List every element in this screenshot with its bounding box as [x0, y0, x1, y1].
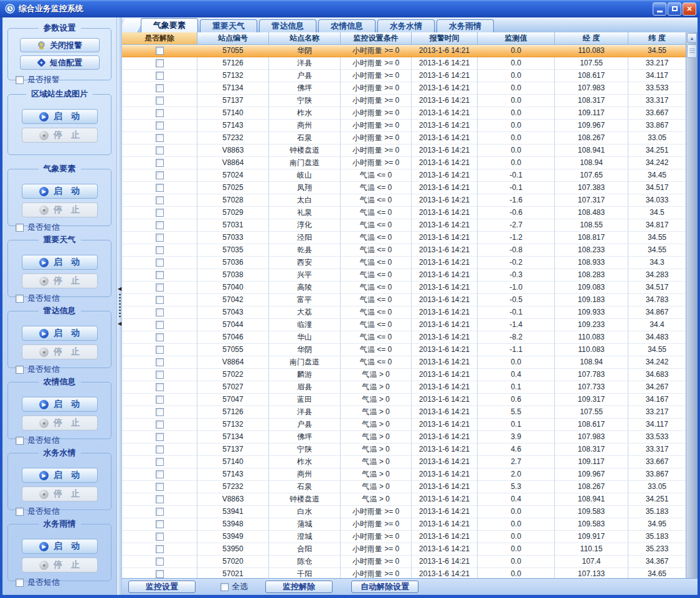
column-header-经 度[interactable]: 经 度	[555, 32, 628, 45]
table-row[interactable]: 57028太白气温 <= 02013-1-6 14:21-1.6107.3173…	[122, 194, 686, 207]
maximize-button[interactable]	[668, 2, 681, 16]
table-row[interactable]: 57055华阴气温 <= 02013-1-6 14:21-1.1110.0833…	[122, 344, 686, 356]
start-button-水务雨情[interactable]: ▶启 动	[22, 539, 98, 554]
table-row[interactable]: 57040高陵气温 <= 02013-1-6 14:21-1.0109.0833…	[122, 282, 686, 294]
table-row[interactable]: 57029礼泉气温 <= 02013-1-6 14:21-0.6108.4833…	[122, 207, 686, 219]
table-row[interactable]: 57143商州气温 > 02013-1-6 14:212.0109.96733.…	[122, 468, 686, 481]
sms-checkbox-水务水情[interactable]	[16, 508, 24, 516]
table-row[interactable]: 57132户县小时雨量 >= 02013-1-6 14:210.0108.617…	[122, 70, 686, 82]
table-row[interactable]: 57043大荔气温 <= 02013-1-6 14:21-0.1109.9333…	[122, 306, 686, 319]
scrollbar-thumb[interactable]	[687, 44, 697, 58]
tab-重要天气[interactable]: 重要天气	[200, 19, 257, 32]
tab-农情信息[interactable]: 农情信息	[318, 19, 376, 32]
row-dismiss-checkbox[interactable]	[156, 533, 164, 541]
table-row[interactable]: 57137宁陕小时雨量 >= 02013-1-6 14:210.0108.317…	[122, 95, 686, 107]
row-dismiss-checkbox[interactable]	[156, 333, 164, 341]
tab-水务水情[interactable]: 水务水情	[377, 19, 435, 32]
row-dismiss-checkbox[interactable]	[156, 558, 164, 566]
table-row[interactable]: 57020陈仓小时雨量 >= 02013-1-6 14:210.0107.434…	[122, 556, 686, 568]
row-dismiss-checkbox[interactable]	[156, 508, 164, 516]
table-row[interactable]: 57232石泉小时雨量 >= 02013-1-6 14:210.0108.267…	[122, 132, 686, 145]
row-dismiss-checkbox[interactable]	[156, 196, 164, 204]
collapse-left-icon[interactable]: ◀	[118, 321, 121, 326]
row-dismiss-checkbox[interactable]	[156, 134, 164, 142]
table-row[interactable]: 57036西安气温 <= 02013-1-6 14:21-0.2108.9333…	[122, 257, 686, 269]
table-row[interactable]: V8864南门盘道气温 <= 02013-1-6 14:210.0108.943…	[122, 356, 686, 369]
table-row[interactable]: 53948蒲城小时雨量 >= 02013-1-6 14:210.0109.583…	[122, 518, 686, 531]
start-button-重要天气[interactable]: ▶启 动	[22, 255, 98, 270]
tab-雷达信息[interactable]: 雷达信息	[259, 19, 316, 32]
monitor-release-button[interactable]: 监控解除	[265, 581, 333, 593]
row-dismiss-checkbox[interactable]	[156, 159, 164, 167]
row-dismiss-checkbox[interactable]	[156, 283, 164, 292]
auto-release-set-button[interactable]: 自动解除设置	[351, 581, 419, 593]
table-row[interactable]: 57143商州小时雨量 >= 02013-1-6 14:210.0109.967…	[122, 120, 686, 132]
row-dismiss-checkbox[interactable]	[156, 358, 164, 366]
table-row[interactable]: 57055华阴小时雨量 >= 02013-1-6 14:210.0110.083…	[122, 45, 686, 57]
row-dismiss-checkbox[interactable]	[156, 383, 164, 391]
close-alarm-button[interactable]: 关闭报警	[20, 38, 100, 52]
table-row[interactable]: V8863钟楼盘道气温 > 02013-1-6 14:210.4108.9413…	[122, 493, 686, 506]
splitter-handle[interactable]	[119, 294, 121, 319]
column-header-是否解除[interactable]: 是否解除	[122, 32, 197, 45]
row-dismiss-checkbox[interactable]	[156, 234, 164, 242]
table-row[interactable]: 57134佛坪气温 > 02013-1-6 14:213.9107.98333.…	[122, 431, 686, 444]
table-row[interactable]: 53941白水小时雨量 >= 02013-1-6 14:210.0109.583…	[122, 506, 686, 518]
column-header-站点名称[interactable]: 站点名称	[269, 32, 341, 45]
row-dismiss-checkbox[interactable]	[156, 321, 164, 329]
collapse-left-icon[interactable]: ◀	[118, 287, 121, 292]
sms-checkbox-水务雨情[interactable]	[16, 579, 24, 587]
column-header-纬 度[interactable]: 纬 度	[628, 32, 686, 45]
table-row[interactable]: 53949澄城小时雨量 >= 02013-1-6 14:210.0109.917…	[122, 531, 686, 543]
row-dismiss-checkbox[interactable]	[156, 545, 164, 553]
start-button-雷达信息[interactable]: ▶启 动	[22, 326, 98, 341]
table-row[interactable]: 57021千阳小时雨量 >= 02013-1-6 14:210.0107.133…	[122, 568, 686, 578]
stop-button-水务雨情[interactable]: ■停 止	[22, 558, 98, 572]
table-row[interactable]: 57140柞水气温 > 02013-1-6 14:212.7109.11733.…	[122, 456, 686, 468]
table-row[interactable]: 57137宁陕气温 > 02013-1-6 14:214.6108.31733.…	[122, 444, 686, 456]
row-dismiss-checkbox[interactable]	[156, 495, 164, 503]
row-dismiss-checkbox[interactable]	[156, 396, 164, 404]
table-row[interactable]: 57042富平气温 <= 02013-1-6 14:21-0.5109.1833…	[122, 294, 686, 306]
minimize-button[interactable]	[653, 2, 666, 16]
row-dismiss-checkbox[interactable]	[156, 458, 164, 466]
table-row[interactable]: 57038兴平气温 <= 02013-1-6 14:21-0.3108.2833…	[122, 269, 686, 282]
start-button-气象要素[interactable]: ▶启 动	[22, 184, 98, 199]
row-dismiss-checkbox[interactable]	[156, 445, 164, 453]
row-dismiss-checkbox[interactable]	[156, 271, 164, 279]
column-header-报警时间[interactable]: 报警时间	[412, 32, 478, 45]
row-dismiss-checkbox[interactable]	[156, 296, 164, 304]
sms-checkbox-雷达信息[interactable]	[16, 366, 24, 374]
row-dismiss-checkbox[interactable]	[156, 259, 164, 267]
table-row[interactable]: 57232石泉气温 > 02013-1-6 14:215.3108.26733.…	[122, 481, 686, 493]
row-dismiss-checkbox[interactable]	[156, 483, 164, 491]
stop-button-农情信息[interactable]: ■停 止	[22, 415, 98, 430]
row-dismiss-checkbox[interactable]	[156, 146, 164, 154]
row-dismiss-checkbox[interactable]	[156, 221, 164, 229]
row-dismiss-checkbox[interactable]	[156, 420, 164, 429]
table-row[interactable]: 57035乾县气温 <= 02013-1-6 14:21-0.8108.2333…	[122, 244, 686, 257]
row-dismiss-checkbox[interactable]	[156, 470, 164, 478]
vertical-scrollbar[interactable]: ▲	[686, 32, 698, 578]
stop-button-雷达信息[interactable]: ■停 止	[22, 344, 98, 359]
stop-button-区域站生成图片[interactable]: ■停 止	[22, 128, 98, 143]
table-row[interactable]: 57033泾阳气温 <= 02013-1-6 14:21-1.2108.8173…	[122, 232, 686, 244]
scroll-up-button[interactable]: ▲	[687, 33, 697, 43]
row-dismiss-checkbox[interactable]	[156, 520, 164, 528]
start-button-农情信息[interactable]: ▶启 动	[22, 397, 98, 412]
table-row[interactable]: 57126洋县小时雨量 >= 02013-1-6 14:210.0107.553…	[122, 57, 686, 70]
table-row[interactable]: V8863钟楼盘道小时雨量 >= 02013-1-6 14:210.0108.9…	[122, 145, 686, 157]
column-header-监测值[interactable]: 监测值	[478, 32, 555, 45]
table-row[interactable]: 57044临潼气温 <= 02013-1-6 14:21-1.4109.2333…	[122, 319, 686, 331]
table-row[interactable]: 57022麟游气温 > 02013-1-6 14:210.4107.78334.…	[122, 369, 686, 381]
table-row[interactable]: 57140柞水小时雨量 >= 02013-1-6 14:210.0109.117…	[122, 107, 686, 120]
table-row[interactable]: 57031淳化气温 <= 02013-1-6 14:21-2.7108.5534…	[122, 219, 686, 232]
row-dismiss-checkbox[interactable]	[156, 408, 164, 416]
start-button-水务水情[interactable]: ▶启 动	[22, 468, 98, 483]
alarm-enabled-checkbox[interactable]	[16, 76, 24, 84]
row-dismiss-checkbox[interactable]	[156, 433, 164, 441]
table-row[interactable]: V8864南门盘道小时雨量 >= 02013-1-6 14:210.0108.9…	[122, 157, 686, 169]
row-dismiss-checkbox[interactable]	[156, 171, 164, 179]
stop-button-水务水情[interactable]: ■停 止	[22, 486, 98, 501]
table-row[interactable]: 57027眉县气温 > 02013-1-6 14:210.1107.73334.…	[122, 381, 686, 394]
